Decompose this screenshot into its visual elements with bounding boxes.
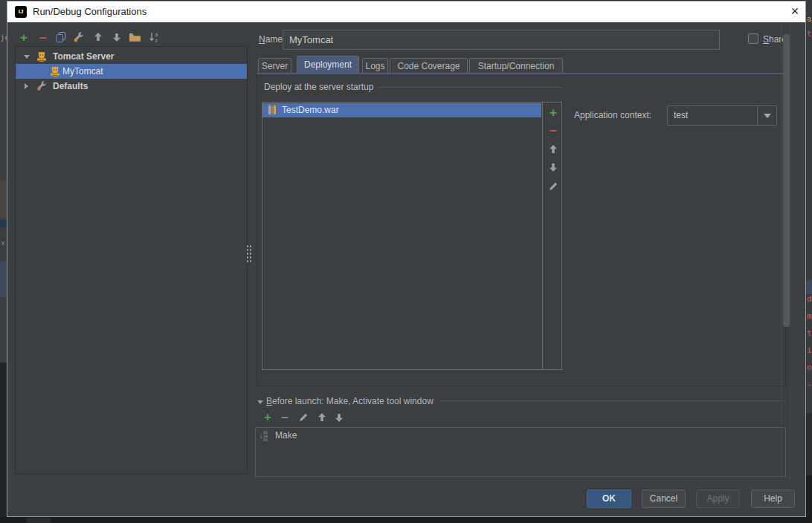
before-launch-collapse-icon[interactable] [257,400,263,404]
edit-pencil-icon[interactable] [547,181,559,192]
background-code-fragment: - [807,380,812,389]
make-icon: ↓ 01 10 01 [259,430,272,442]
apply-button[interactable]: Apply [696,490,740,508]
remove-before-launch-task-button[interactable]: − [279,413,291,423]
run-debug-configurations-dialog: IJ Run/Debug Configurations × + − a z [7,1,806,517]
tab-logs[interactable]: Logs [362,58,388,74]
edit-defaults-wrench-icon[interactable] [72,31,86,43]
add-configuration-button[interactable]: + [18,32,30,43]
background-patch [27,518,51,523]
tree-item-label: Tomcat Server [53,51,114,62]
background-code-fragment: o [807,363,812,372]
share-checkbox[interactable] [748,33,758,44]
background-patch [806,413,812,480]
background-code-fragment: t [807,30,811,38]
background-patch [806,280,812,294]
background-patch [0,262,7,297]
tree-item-label: MyTomcat [62,66,103,77]
remove-deployment-button[interactable]: − [547,126,559,136]
deploy-item-label: TestDemo.war [282,105,339,115]
background-code-fragment: m [807,311,812,321]
section-separator [378,87,563,88]
move-down-icon[interactable] [333,412,345,423]
deploy-list-panel: TestDemo.war + − [262,102,562,370]
move-up-icon[interactable] [547,143,559,155]
before-launch-task-row[interactable]: ↓ 01 10 01 Make [256,429,785,443]
war-archive-icon [267,105,277,115]
sort-configurations-icon[interactable]: a z [148,31,161,43]
chevron-right-icon[interactable] [25,83,28,89]
copy-configuration-icon[interactable] [55,31,67,43]
background-ide-right-strip: a t d m t i o - [806,0,812,523]
ok-button[interactable]: OK [587,490,631,508]
background-ide-left-strip: je × [0,0,7,523]
background-code-fragment: d [807,294,812,304]
dialog-title: Run/Debug Configurations [33,1,146,22]
tomcat-icon [36,51,48,62]
svg-text:z: z [155,38,158,43]
cancel-button[interactable]: Cancel [642,490,686,508]
dropdown-value: test [674,110,688,120]
tab-server[interactable]: Server [258,58,291,74]
move-up-icon[interactable] [92,31,104,43]
tree-item-mytomcat-selected[interactable]: MyTomcat [16,64,247,79]
remove-configuration-button[interactable]: − [37,33,49,43]
dropdown-arrow-button[interactable] [757,106,776,125]
tab-startup-connection[interactable]: Startup/Connection [469,58,563,74]
vertical-scrollbar-track[interactable] [781,24,790,483]
application-context-label: Application context: [574,110,651,120]
tree-item-tomcat-server[interactable]: Tomcat Server [16,49,247,64]
vertical-scrollbar-thumb[interactable] [783,34,790,327]
tree-item-label: Defaults [53,81,88,91]
defaults-wrench-icon [36,80,48,92]
intellij-logo-icon: IJ [15,6,27,18]
create-folder-icon[interactable] [129,31,141,43]
deploy-section-label: Deploy at the server startup [264,82,373,92]
before-launch-task-label: Make [275,430,297,441]
background-code-fragment: t [807,328,812,338]
tree-item-defaults[interactable]: Defaults [16,79,247,94]
help-button[interactable]: Help [751,490,795,508]
before-launch-list-panel: ↓ 01 10 01 Make [255,427,786,477]
dialog-title-bar[interactable]: IJ Run/Debug Configurations × [7,1,805,22]
move-down-icon[interactable] [111,31,123,43]
background-patch [0,180,7,218]
name-input[interactable] [283,30,720,50]
background-close-fragment: × [1,239,5,247]
background-taskbar-strip [0,517,812,523]
name-label: Name: [259,34,285,45]
add-deployment-button[interactable]: + [547,107,559,118]
background-patch [806,475,812,523]
splitter-grip-handle[interactable] [246,244,253,264]
background-patch [0,363,7,523]
chevron-down-icon [764,114,771,118]
configurations-tree-panel: Tomcat Server MyTomcat [15,46,248,474]
background-text-fragment: je [0,33,7,42]
edit-pencil-icon[interactable] [297,412,309,423]
tab-deployment[interactable]: Deployment [297,56,359,74]
close-icon[interactable]: × [785,1,805,22]
move-down-icon[interactable] [547,161,559,173]
background-code-fragment: i [807,345,812,355]
chevron-down-icon[interactable] [24,55,30,59]
tomcat-icon [49,65,61,77]
add-before-launch-task-button[interactable]: + [262,412,274,423]
application-context-dropdown[interactable]: test [667,105,777,126]
section-separator [440,400,786,401]
tab-code-coverage[interactable]: Code Coverage [390,58,468,74]
move-up-icon[interactable] [316,412,328,423]
deploy-list-toolbar-column: + − [542,103,562,369]
deploy-list-row-selected[interactable]: TestDemo.war [262,103,541,117]
svg-text:a: a [155,32,158,37]
background-patch [0,220,7,227]
background-code-fragment: a [807,15,811,23]
before-launch-header: Before launch: Make, Activate tool windo… [266,396,434,406]
